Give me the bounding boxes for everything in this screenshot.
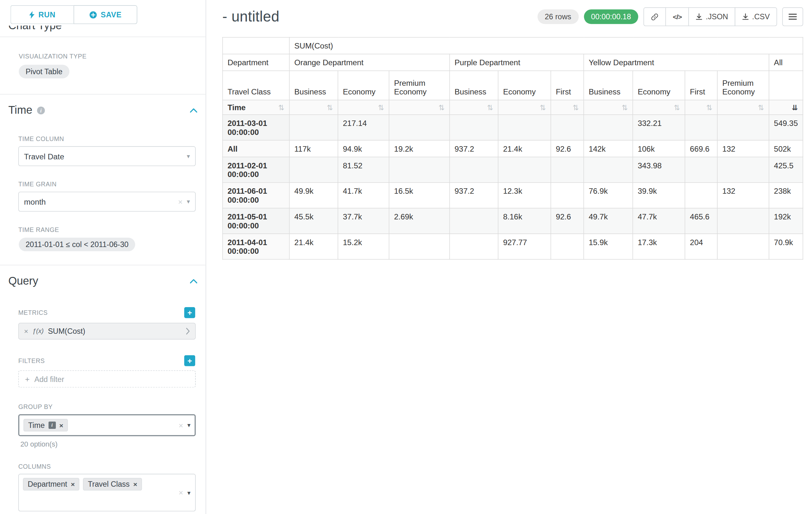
copy-link-button[interactable] [643, 7, 666, 26]
add-metric-button[interactable]: + [184, 307, 195, 318]
pivot-value-cell: 465.6 [685, 208, 717, 234]
pivot-value-cell [717, 157, 769, 183]
pivot-value-cell [685, 157, 717, 183]
time-range-value[interactable]: 2011-01-01 ≤ col < 2011-06-30 [19, 238, 136, 251]
groupby-option-count: 20 option(s) [20, 440, 205, 448]
sort-icon-active[interactable]: ⇊ [792, 104, 798, 112]
sort-icon[interactable]: ⇅ [278, 104, 284, 111]
clear-icon[interactable]: × [176, 197, 184, 206]
pivot-group-header: Orange Department [290, 54, 450, 71]
save-button-label: SAVE [101, 10, 122, 19]
sort-icon[interactable]: ⇅ [438, 104, 444, 112]
pivot-data-row: All117k94.9k19.2k937.221.4k92.6142k106k6… [223, 140, 803, 157]
pivot-value-cell [498, 157, 551, 183]
chart-area: - untitled 26 rows 00:00:00.18 </> [206, 0, 812, 514]
pivot-table: SUM(Cost)DepartmentOrange DepartmentPurp… [223, 37, 803, 260]
pivot-value-cell: 41.7k [338, 183, 389, 208]
pivot-value-cell [290, 157, 338, 183]
menu-button[interactable] [782, 7, 803, 26]
sort-icon[interactable]: ⇅ [706, 104, 712, 112]
sort-icon[interactable]: ⇅ [674, 104, 680, 112]
groupby-select[interactable]: Time i × × ▾ [18, 414, 196, 436]
visualization-type-value[interactable]: Pivot Table [19, 65, 69, 78]
chart-title[interactable]: - untitled [223, 8, 280, 25]
columns-tag: Travel Class × [83, 478, 142, 491]
pivot-class-header: Economy [633, 71, 685, 100]
time-grain-label: TIME GRAIN [18, 181, 206, 188]
add-filter-plus-button[interactable]: + [184, 355, 195, 366]
pivot-data-row: 2011-04-01 00:00:0021.4k15.2k927.7715.9k… [223, 234, 803, 260]
filters-label: FILTERS [18, 357, 45, 364]
remove-tag-icon[interactable]: × [133, 480, 137, 488]
pivot-row-header: All [223, 140, 289, 157]
pivot-value-cell: 81.52 [338, 157, 389, 183]
remove-tag-icon[interactable]: × [59, 421, 63, 429]
run-button[interactable]: RUN [10, 5, 74, 24]
export-json-button[interactable]: .JSON [689, 7, 735, 26]
pivot-value-cell: 2.69k [389, 208, 450, 234]
pivot-value-cell [551, 183, 583, 208]
clear-icon[interactable]: × [176, 488, 185, 497]
columns-select[interactable]: Department × Travel Class × × ▾ [18, 474, 196, 511]
save-button[interactable]: SAVE [74, 5, 137, 24]
collapse-time-section-icon[interactable] [190, 108, 197, 113]
pivot-value-cell [450, 208, 498, 234]
time-column-select[interactable]: Travel Date ▾ [18, 146, 196, 166]
download-icon [742, 13, 749, 21]
chevron-right-icon[interactable] [186, 328, 190, 335]
pivot-row-header: 2011-06-01 00:00:00 [223, 183, 289, 208]
sort-icon[interactable]: ⇅ [540, 104, 546, 112]
pivot-corner-cell [223, 37, 289, 54]
pivot-value-cell: 92.6 [551, 140, 583, 157]
pivot-value-cell: 19.2k [389, 140, 450, 157]
pivot-value-cell [551, 157, 583, 183]
pivot-value-cell: 92.6 [551, 208, 583, 234]
pivot-value-cell: 15.2k [338, 234, 389, 260]
columns-tag-label: Department [28, 480, 67, 488]
groupby-tag-label: Time [28, 421, 45, 430]
time-grain-select[interactable]: month × ▾ [18, 192, 196, 212]
pivot-data-row: 2011-02-01 00:00:0081.52343.98425.5 [223, 157, 803, 183]
pivot-class-header: Business [290, 71, 338, 100]
time-section-title: Time [8, 104, 32, 117]
embed-code-button[interactable]: </> [665, 7, 689, 26]
pivot-value-cell [389, 115, 450, 140]
pivot-value-cell: 15.9k [584, 234, 633, 260]
export-csv-button[interactable]: .CSV [735, 7, 777, 26]
sort-icon[interactable]: ⇅ [758, 104, 764, 112]
pivot-value-cell [389, 157, 450, 183]
groupby-tag: Time i × [23, 419, 68, 431]
collapse-query-section-icon[interactable] [190, 278, 197, 283]
pivot-value-cell: 45.5k [290, 208, 338, 234]
pivot-value-cell: 106k [633, 140, 685, 157]
pivot-value-cell: 217.14 [338, 115, 389, 140]
chevron-down-icon: ▾ [187, 153, 190, 160]
pivot-value-cell: 549.35 [769, 115, 803, 140]
pivot-value-cell: 17.3k [633, 234, 685, 260]
remove-metric-icon[interactable]: × [24, 327, 28, 335]
metric-item[interactable]: × ƒ(x) SUM(Cost) [18, 323, 196, 340]
clear-icon[interactable]: × [176, 421, 185, 430]
sort-icon[interactable]: ⇅ [573, 104, 579, 112]
pivot-value-cell: 12.3k [498, 183, 551, 208]
sort-icon[interactable]: ⇅ [487, 104, 493, 112]
info-icon[interactable]: i [37, 106, 45, 114]
sort-icon[interactable]: ⇅ [378, 104, 384, 112]
remove-tag-icon[interactable]: × [71, 480, 75, 488]
info-icon[interactable]: i [49, 422, 56, 429]
sort-icon[interactable]: ⇅ [622, 104, 628, 112]
pivot-row-header: 2011-04-01 00:00:00 [223, 234, 289, 260]
pivot-value-cell [717, 115, 769, 140]
pivot-group-header: All [769, 54, 803, 71]
query-timer-badge: 00:00:00.18 [584, 9, 638, 24]
sort-icon[interactable]: ⇅ [327, 104, 333, 112]
pivot-class-header: Business [450, 71, 498, 100]
pivot-class-header: Economy [338, 71, 389, 100]
add-filter-button[interactable]: + Add filter [18, 371, 196, 388]
lightning-icon [29, 10, 35, 18]
pivot-value-cell [551, 234, 583, 260]
time-section-header: Time i [8, 104, 197, 117]
run-button-label: RUN [38, 10, 56, 19]
pivot-value-cell: 16.5k [389, 183, 450, 208]
pivot-row-header: 2011-05-01 00:00:00 [223, 208, 289, 234]
